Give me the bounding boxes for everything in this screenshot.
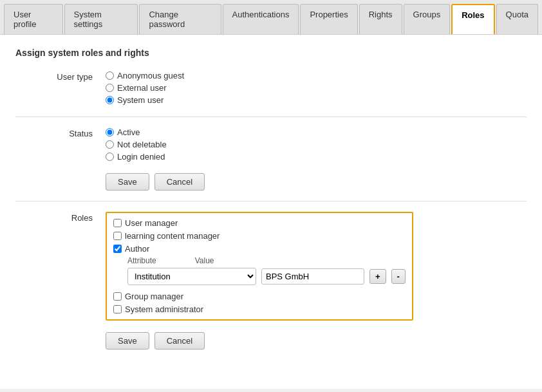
tab-user-profile[interactable]: User profile xyxy=(4,4,63,34)
attribute-header: Attribute xyxy=(127,256,156,265)
user-type-option-system[interactable]: System user xyxy=(106,95,527,105)
section-title: Assign system roles and rights xyxy=(15,48,527,58)
user-type-label-external: External user xyxy=(117,83,167,93)
role-checkbox-author[interactable] xyxy=(113,245,122,253)
remove-attribute-button[interactable]: - xyxy=(391,269,406,284)
cancel-button-bottom[interactable]: Cancel xyxy=(154,332,205,350)
save-cancel-row-top: Save Cancel xyxy=(106,173,527,191)
role-item-author[interactable]: Author xyxy=(113,244,406,254)
roles-control: User managerlearning content managerAuth… xyxy=(106,212,527,321)
role-label-learning-content-manager: learning content manager xyxy=(125,231,220,241)
content-area: Assign system roles and rights User type… xyxy=(0,35,542,389)
user-type-row: User type Anonymous guestExternal userSy… xyxy=(15,71,527,105)
divider-2 xyxy=(15,201,527,201)
user-type-radio-anonymous[interactable] xyxy=(106,71,114,80)
attribute-row: Institution + - xyxy=(127,268,406,285)
user-type-label-anonymous: Anonymous guest xyxy=(117,71,184,80)
status-label-not-deletable: Not deletable xyxy=(117,140,167,149)
save-cancel-row-bottom: Save Cancel xyxy=(106,332,527,350)
user-type-label-system: System user xyxy=(117,95,164,105)
tab-change-password[interactable]: Change password xyxy=(139,4,221,34)
tab-properties[interactable]: Properties xyxy=(300,4,357,34)
user-type-radio-system[interactable] xyxy=(106,96,114,104)
save-button-top[interactable]: Save xyxy=(106,173,149,191)
divider-1 xyxy=(15,117,527,117)
attribute-select[interactable]: Institution xyxy=(127,268,256,285)
status-radio-login-denied[interactable] xyxy=(106,153,114,161)
status-label-active: Active xyxy=(117,127,140,137)
save-button-bottom[interactable]: Save xyxy=(106,332,149,350)
add-attribute-button[interactable]: + xyxy=(369,269,386,284)
status-row: Status ActiveNot deletableLogin denied xyxy=(15,127,527,162)
role-bottom-label-group-manager: Group manager xyxy=(125,292,183,301)
roles-highlighted-container: User managerlearning content managerAuth… xyxy=(106,212,413,321)
user-type-option-anonymous[interactable]: Anonymous guest xyxy=(106,71,527,80)
user-type-radio-external[interactable] xyxy=(106,84,114,92)
roles-label: Roles xyxy=(15,212,106,223)
status-radio-active[interactable] xyxy=(106,128,114,136)
status-control: ActiveNot deletableLogin denied xyxy=(106,127,527,162)
role-bottom-checkbox-system-administrator[interactable] xyxy=(113,305,122,313)
tab-bar: User profileSystem settingsChange passwo… xyxy=(0,0,542,35)
status-option-active[interactable]: Active xyxy=(106,127,527,137)
user-type-control: Anonymous guestExternal userSystem user xyxy=(106,71,527,105)
status-label-login-denied: Login denied xyxy=(117,152,165,162)
tab-system-settings[interactable]: System settings xyxy=(64,4,138,34)
tab-authentications[interactable]: Authentications xyxy=(223,4,299,34)
role-checkbox-learning-content-manager[interactable] xyxy=(113,232,122,240)
tab-quota[interactable]: Quota xyxy=(496,4,538,34)
roles-bottom-list: Group managerSystem administrator xyxy=(113,292,406,314)
role-label-user-manager: User manager xyxy=(125,218,178,228)
role-item-user-manager[interactable]: User manager xyxy=(113,218,406,228)
role-item-learning-content-manager[interactable]: learning content manager xyxy=(113,231,406,241)
status-option-login-denied[interactable]: Login denied xyxy=(106,152,527,162)
tab-rights[interactable]: Rights xyxy=(359,4,402,34)
role-label-author: Author xyxy=(125,244,149,254)
tab-groups[interactable]: Groups xyxy=(404,4,451,34)
user-type-label: User type xyxy=(15,71,106,82)
role-bottom-item-system-administrator[interactable]: System administrator xyxy=(113,304,406,314)
cancel-button-top[interactable]: Cancel xyxy=(154,173,205,191)
author-detail-section: Attribute Value Institution + - xyxy=(127,256,406,285)
roles-list: User managerlearning content managerAuth… xyxy=(113,218,406,254)
value-header: Value xyxy=(195,256,214,265)
status-radio-not-deletable[interactable] xyxy=(106,140,114,149)
role-checkbox-user-manager[interactable] xyxy=(113,219,122,227)
status-label: Status xyxy=(15,127,106,138)
role-bottom-item-group-manager[interactable]: Group manager xyxy=(113,292,406,301)
attribute-value-input[interactable] xyxy=(261,268,364,285)
attribute-value-headers: Attribute Value xyxy=(127,256,406,265)
user-type-option-external[interactable]: External user xyxy=(106,83,527,93)
roles-row: Roles User managerlearning content manag… xyxy=(15,212,527,321)
role-bottom-checkbox-group-manager[interactable] xyxy=(113,292,122,301)
role-bottom-label-system-administrator: System administrator xyxy=(125,304,203,314)
status-option-not-deletable[interactable]: Not deletable xyxy=(106,140,527,149)
tab-roles[interactable]: Roles xyxy=(451,4,494,34)
